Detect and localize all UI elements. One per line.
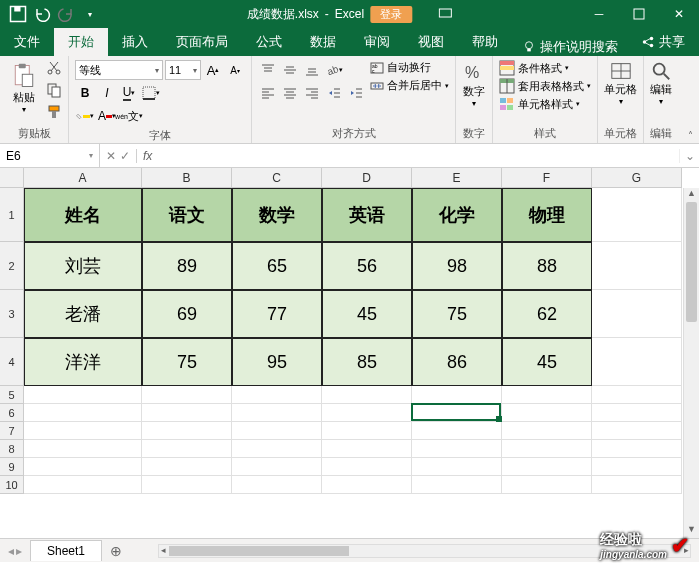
wrap-text-button[interactable]: abc自动换行 bbox=[370, 60, 449, 75]
cell[interactable] bbox=[502, 476, 592, 494]
decrease-font-icon[interactable]: A▾ bbox=[225, 60, 245, 80]
close-button[interactable]: ✕ bbox=[659, 0, 699, 28]
row-header[interactable]: 1 bbox=[0, 188, 24, 242]
row-header[interactable]: 7 bbox=[0, 422, 24, 440]
italic-button[interactable]: I bbox=[97, 83, 117, 103]
cell[interactable] bbox=[502, 458, 592, 476]
tab-insert[interactable]: 插入 bbox=[108, 28, 162, 56]
cell[interactable] bbox=[592, 476, 682, 494]
tell-me-search[interactable]: 操作说明搜索 bbox=[522, 38, 618, 56]
cell[interactable] bbox=[592, 188, 682, 242]
merge-center-button[interactable]: 合并后居中 ▾ bbox=[370, 78, 449, 93]
fill-color-button[interactable]: ▾ bbox=[75, 106, 95, 126]
cell[interactable] bbox=[592, 422, 682, 440]
scroll-thumb[interactable] bbox=[169, 546, 349, 556]
data-cell[interactable]: 刘芸 bbox=[24, 242, 142, 290]
data-cell[interactable]: 95 bbox=[232, 338, 322, 386]
cells-button[interactable]: 单元格 ▾ bbox=[604, 60, 637, 106]
redo-icon[interactable] bbox=[56, 4, 76, 24]
cell[interactable] bbox=[24, 458, 142, 476]
column-header[interactable]: F bbox=[502, 168, 592, 188]
row-header[interactable]: 2 bbox=[0, 242, 24, 290]
select-all-corner[interactable] bbox=[0, 168, 24, 188]
cell[interactable] bbox=[142, 458, 232, 476]
cell[interactable] bbox=[322, 422, 412, 440]
scroll-right-icon[interactable]: ▸ bbox=[680, 545, 692, 557]
data-cell[interactable]: 56 bbox=[322, 242, 412, 290]
qat-customize-icon[interactable]: ▾ bbox=[80, 4, 100, 24]
name-box[interactable]: E6▾ bbox=[0, 144, 100, 167]
font-name-combo[interactable]: 等线▾ bbox=[75, 60, 163, 80]
data-cell[interactable]: 65 bbox=[232, 242, 322, 290]
enter-formula-icon[interactable]: ✓ bbox=[120, 149, 130, 163]
data-cell[interactable]: 老潘 bbox=[24, 290, 142, 338]
data-cell[interactable]: 洋洋 bbox=[24, 338, 142, 386]
sheet-nav-next-icon[interactable]: ▸ bbox=[16, 544, 22, 558]
font-size-combo[interactable]: 11▾ bbox=[165, 60, 201, 80]
align-left-icon[interactable] bbox=[258, 83, 278, 103]
minimize-button[interactable]: ─ bbox=[579, 0, 619, 28]
data-cell[interactable]: 88 bbox=[502, 242, 592, 290]
orientation-icon[interactable]: ab▾ bbox=[324, 60, 344, 80]
tab-view[interactable]: 视图 bbox=[404, 28, 458, 56]
sheet-tab[interactable]: Sheet1 bbox=[30, 540, 102, 561]
tab-file[interactable]: 文件 bbox=[0, 28, 54, 56]
cell[interactable] bbox=[592, 242, 682, 290]
conditional-format-button[interactable]: 条件格式 ▾ bbox=[499, 60, 591, 76]
data-cell[interactable]: 45 bbox=[502, 338, 592, 386]
data-cell[interactable]: 89 bbox=[142, 242, 232, 290]
cell[interactable] bbox=[412, 440, 502, 458]
cell[interactable] bbox=[592, 290, 682, 338]
cell[interactable] bbox=[24, 404, 142, 422]
cell[interactable] bbox=[412, 476, 502, 494]
cell[interactable] bbox=[322, 404, 412, 422]
cell[interactable] bbox=[322, 386, 412, 404]
cell[interactable] bbox=[232, 386, 322, 404]
align-top-icon[interactable] bbox=[258, 60, 278, 80]
scroll-thumb[interactable] bbox=[686, 202, 697, 322]
header-cell[interactable]: 英语 bbox=[322, 188, 412, 242]
font-color-button[interactable]: A▾ bbox=[97, 106, 117, 126]
cell[interactable] bbox=[502, 440, 592, 458]
column-header[interactable]: G bbox=[592, 168, 682, 188]
share-button[interactable]: 共享 bbox=[627, 28, 699, 56]
cut-icon[interactable] bbox=[46, 60, 62, 80]
scroll-up-icon[interactable]: ▲ bbox=[684, 188, 699, 202]
cell[interactable] bbox=[502, 422, 592, 440]
number-format-button[interactable]: % 数字 ▾ bbox=[462, 60, 486, 108]
data-cell[interactable]: 75 bbox=[142, 338, 232, 386]
tab-page-layout[interactable]: 页面布局 bbox=[162, 28, 242, 56]
cell[interactable] bbox=[142, 422, 232, 440]
row-header[interactable]: 4 bbox=[0, 338, 24, 386]
cell-styles-button[interactable]: 单元格样式 ▾ bbox=[499, 96, 591, 112]
collapse-ribbon-icon[interactable]: ˄ bbox=[688, 130, 693, 141]
data-cell[interactable]: 75 bbox=[412, 290, 502, 338]
cell[interactable] bbox=[592, 440, 682, 458]
data-cell[interactable]: 69 bbox=[142, 290, 232, 338]
cell[interactable] bbox=[592, 404, 682, 422]
align-center-icon[interactable] bbox=[280, 83, 300, 103]
row-header[interactable]: 3 bbox=[0, 290, 24, 338]
scroll-down-icon[interactable]: ▼ bbox=[684, 524, 699, 538]
data-cell[interactable]: 98 bbox=[412, 242, 502, 290]
maximize-button[interactable] bbox=[619, 0, 659, 28]
bold-button[interactable]: B bbox=[75, 83, 95, 103]
format-painter-icon[interactable] bbox=[46, 104, 62, 124]
underline-button[interactable]: U ▾ bbox=[119, 83, 139, 103]
align-bottom-icon[interactable] bbox=[302, 60, 322, 80]
cell[interactable] bbox=[142, 440, 232, 458]
cell[interactable] bbox=[412, 458, 502, 476]
cell[interactable] bbox=[592, 338, 682, 386]
cancel-formula-icon[interactable]: ✕ bbox=[106, 149, 116, 163]
cell[interactable] bbox=[232, 422, 322, 440]
decrease-indent-icon[interactable] bbox=[324, 83, 344, 103]
fx-icon[interactable]: fx bbox=[136, 149, 158, 163]
cell[interactable] bbox=[142, 404, 232, 422]
vertical-scrollbar[interactable]: ▲ ▼ bbox=[683, 188, 699, 538]
cell[interactable] bbox=[232, 404, 322, 422]
editing-button[interactable]: 编辑 ▾ bbox=[650, 60, 672, 106]
cell[interactable] bbox=[502, 404, 592, 422]
cell[interactable] bbox=[24, 440, 142, 458]
row-header[interactable]: 8 bbox=[0, 440, 24, 458]
worksheet-grid[interactable]: ABCDEFG 12345678910 姓名语文数学英语化学物理刘芸896556… bbox=[0, 168, 699, 538]
